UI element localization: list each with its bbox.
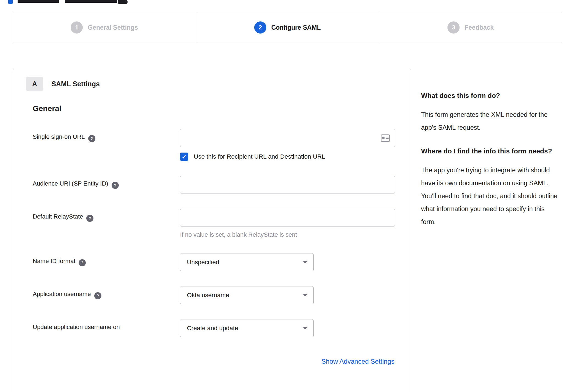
audience-uri-input[interactable]: [180, 176, 395, 194]
chevron-down-icon: [303, 327, 307, 330]
help-icon[interactable]: ?: [94, 292, 101, 299]
wizard-stepper: 1 General Settings 2 Configure SAML 3 Fe…: [13, 12, 562, 43]
clipped-title-text: [18, 0, 59, 3]
step-number-badge: 1: [71, 21, 83, 34]
general-group-title: General: [33, 104, 394, 113]
step-configure-saml[interactable]: 2 Configure SAML: [196, 12, 379, 43]
section-a-badge: A: [26, 77, 43, 91]
help-sidebar: What does this form do? This form genera…: [421, 69, 560, 240]
step-label: Feedback: [465, 24, 494, 31]
help-q2-body: The app you're trying to integrate with …: [421, 164, 560, 228]
help-q2-title: Where do I find the info this form needs…: [421, 146, 560, 157]
checkmark-icon: ✓: [182, 154, 187, 160]
form-row-name-id-format: Name ID format? Unspecified: [33, 253, 394, 271]
help-icon[interactable]: ?: [86, 215, 93, 222]
sso-recipient-checkbox-row: ✓ Use this for Recipient URL and Destina…: [180, 153, 395, 161]
update-app-username-control-col: Create and update: [180, 319, 394, 337]
sso-recipient-checkbox[interactable]: ✓: [180, 153, 188, 161]
section-header: A SAML Settings: [26, 77, 394, 91]
relay-state-label-col: Default RelayState?: [33, 209, 180, 222]
audience-uri-label: Audience URI (SP Entity ID): [33, 180, 108, 187]
step-label: Configure SAML: [271, 24, 321, 31]
step-label: General Settings: [88, 24, 138, 31]
help-icon[interactable]: ?: [79, 259, 86, 266]
step-feedback[interactable]: 3 Feedback: [379, 12, 562, 43]
sso-url-label: Single sign-on URL: [33, 133, 85, 140]
clipped-page-header: [0, 0, 575, 4]
app-username-value: Okta username: [187, 292, 229, 299]
sso-url-control-col: ✓ Use this for Recipient URL and Destina…: [180, 129, 395, 161]
main-content: A SAML Settings General Single sign-on U…: [13, 69, 562, 392]
sso-url-input[interactable]: [180, 129, 395, 147]
relay-state-input[interactable]: [180, 209, 395, 227]
update-app-username-value: Create and update: [187, 325, 238, 332]
help-q1-body: This form generates the XML needed for t…: [421, 108, 560, 134]
advanced-settings-row: Show Advanced Settings: [26, 358, 394, 365]
contact-card-icon[interactable]: [381, 134, 390, 142]
sso-url-label-col: Single sign-on URL?: [33, 129, 180, 142]
form-row-app-username: Application username? Okta username: [33, 286, 394, 304]
help-icon[interactable]: ?: [88, 135, 95, 142]
name-id-format-value: Unspecified: [187, 259, 219, 266]
app-username-select[interactable]: Okta username: [180, 286, 314, 304]
sso-url-input-wrap: [180, 129, 395, 147]
update-app-username-label-col: Update application username on: [33, 319, 180, 331]
saml-settings-card: A SAML Settings General Single sign-on U…: [13, 69, 411, 392]
relay-state-control-col: If no value is set, a blank RelayState i…: [180, 209, 395, 238]
show-advanced-settings-link[interactable]: Show Advanced Settings: [321, 358, 394, 365]
step-general-settings[interactable]: 1 General Settings: [13, 12, 196, 43]
form-row-relay-state: Default RelayState? If no value is set, …: [33, 209, 394, 238]
clipped-title-text: [65, 0, 117, 3]
app-username-control-col: Okta username: [180, 286, 394, 304]
form-row-update-app-username: Update application username on Create an…: [33, 319, 394, 337]
form-row-audience-uri: Audience URI (SP Entity ID)?: [33, 176, 394, 194]
app-username-label: Application username: [33, 291, 91, 297]
update-app-username-select[interactable]: Create and update: [180, 319, 314, 337]
audience-uri-control-col: [180, 176, 395, 194]
relay-state-hint: If no value is set, a blank RelayState i…: [180, 231, 395, 238]
name-id-format-control-col: Unspecified: [180, 253, 394, 271]
name-id-format-label: Name ID format: [33, 258, 75, 264]
name-id-format-label-col: Name ID format?: [33, 253, 180, 266]
chevron-down-icon: [303, 261, 307, 264]
form-row-sso-url: Single sign-on URL? ✓: [33, 129, 394, 161]
app-username-label-col: Application username?: [33, 286, 180, 299]
help-icon[interactable]: ?: [112, 182, 119, 189]
clipped-app-logo: [118, 0, 128, 4]
audience-uri-label-col: Audience URI (SP Entity ID)?: [33, 176, 180, 189]
section-title: SAML Settings: [51, 80, 100, 88]
relay-state-label: Default RelayState: [33, 213, 83, 220]
update-app-username-label: Update application username on: [33, 324, 120, 330]
sso-checkbox-label: Use this for Recipient URL and Destinati…: [194, 153, 325, 160]
chevron-down-icon: [303, 294, 307, 297]
clipped-blue-glyph: [8, 0, 13, 4]
help-q1-title: What does this form do?: [421, 90, 560, 101]
step-number-badge: 3: [447, 21, 460, 34]
name-id-format-select[interactable]: Unspecified: [180, 253, 314, 271]
step-number-badge: 2: [254, 21, 266, 34]
